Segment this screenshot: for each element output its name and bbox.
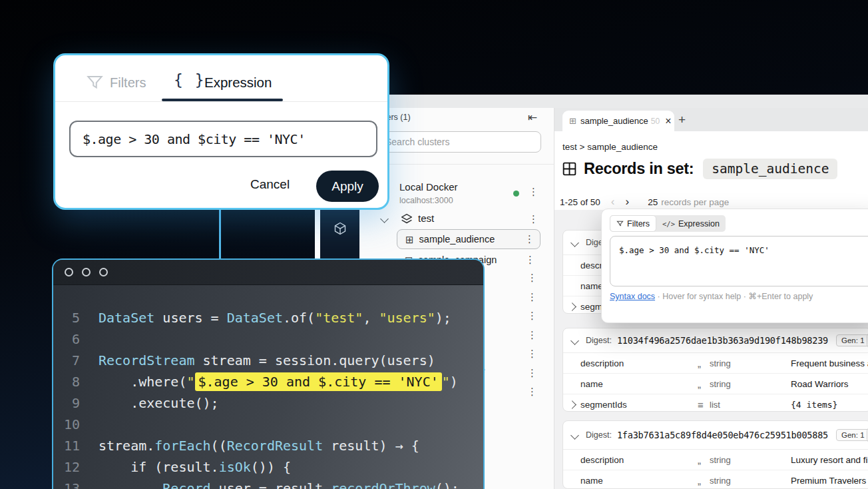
- code-token: ((: [211, 438, 227, 454]
- syntax-help-text: · Hover for syntax help · ⌘+Enter to app…: [658, 292, 813, 301]
- field-row[interactable]: segmentIds≡list{4 items}: [563, 394, 868, 412]
- field-row[interactable]: description„stringLuxury resort and firs…: [563, 450, 868, 470]
- kebab-menu-icon[interactable]: ⋮: [527, 310, 537, 320]
- breadcrumb[interactable]: test > sample_audience: [562, 142, 658, 152]
- string-type-icon: „: [698, 360, 710, 366]
- cube-icon[interactable]: [332, 221, 348, 237]
- chevron-right-icon[interactable]: [568, 400, 576, 409]
- cancel-button[interactable]: Cancel: [250, 177, 290, 192]
- code-token: ,: [363, 310, 379, 326]
- field-key: name: [580, 379, 698, 389]
- line-number: 9: [53, 392, 80, 414]
- cluster-name[interactable]: Local Docker: [399, 181, 458, 193]
- code-token: ": [442, 374, 450, 390]
- digest-hash: 1fa3b7631a5c89f8d4e050eb476c25951b005885: [617, 430, 828, 440]
- field-value: Luxury resort and first-c: [791, 455, 868, 465]
- chevron-down-icon[interactable]: [570, 239, 579, 247]
- type-label: string: [710, 358, 731, 368]
- code-token: if (result.: [99, 459, 219, 475]
- search-input[interactable]: [377, 131, 541, 153]
- field-type: ≡list: [698, 400, 791, 410]
- code-token: "users": [379, 310, 435, 326]
- code-token: result) → {: [323, 438, 419, 454]
- kebab-menu-icon[interactable]: ⋮: [529, 187, 539, 197]
- code-token: isOk: [219, 459, 251, 475]
- chevron-down-icon[interactable]: [570, 336, 579, 345]
- code-token: Record: [162, 480, 210, 489]
- field-row[interactable]: name„stringRoad Warriors: [563, 374, 868, 394]
- braces-icon: { }: [174, 71, 206, 89]
- record-group: Digest:1fa3b7631a5c89f8d4e050eb476c25951…: [562, 420, 868, 489]
- digest-label: Digest:: [586, 430, 612, 440]
- kebab-menu-icon[interactable]: ⋮: [527, 386, 537, 396]
- new-tab-button[interactable]: +: [678, 113, 686, 127]
- code-token: RecordStream: [99, 352, 195, 368]
- sidebar-item-sample-audience[interactable]: ⊞sample_audience⋮: [397, 229, 541, 249]
- window-control-minimize[interactable]: [82, 268, 91, 276]
- code-token: "test": [315, 310, 363, 326]
- status-dot: [513, 191, 519, 197]
- expression-input[interactable]: $.age > 30 and $city == 'NYC': [69, 121, 377, 157]
- code-token: DataSet: [99, 310, 154, 326]
- tab-sample-audience[interactable]: ⊞ sample_audience 50 ×: [562, 111, 674, 131]
- code-editor: 5DataSet users = DataSet.of("test", "use…: [53, 285, 483, 489]
- tab-expression[interactable]: Expression: [204, 75, 272, 91]
- code-token: recordOrThrow: [331, 480, 435, 489]
- prev-page-button[interactable]: ‹: [611, 195, 615, 209]
- field-row[interactable]: name„stringPremium Travelers: [563, 470, 868, 489]
- per-page-label: records per page: [661, 197, 729, 207]
- popover-expression-tab[interactable]: </> Expression: [656, 215, 726, 232]
- filter-tabs: Filters </> Expression: [610, 215, 726, 232]
- code-token: ();: [435, 480, 459, 489]
- digest-hash: 11034f496a2576dae1b3b363a9d190f148b98239: [617, 335, 828, 346]
- code-line: 9 .execute();: [53, 392, 483, 414]
- sidebar-item-namespace-test[interactable]: test: [418, 213, 434, 224]
- group-header[interactable]: Digest:11034f496a2576dae1b3b363a9d190f14…: [563, 328, 868, 353]
- per-page-value[interactable]: 25: [648, 197, 658, 207]
- funnel-icon: [616, 220, 624, 227]
- title-row: Records in set: sample_audience: [561, 159, 837, 179]
- kebab-menu-icon[interactable]: ⋮: [527, 272, 537, 282]
- field-value: {4 items}: [791, 400, 868, 410]
- kebab-menu-icon[interactable]: ⋮: [527, 330, 537, 340]
- code-line: 6: [53, 328, 483, 350]
- app-window-chrome: [315, 95, 868, 108]
- close-icon[interactable]: ×: [665, 115, 671, 127]
- grid-icon: [561, 161, 578, 177]
- filter-popover: Filters </> Expression $.age > 30 and $.…: [601, 209, 868, 323]
- type-label: string: [710, 455, 731, 465]
- field-key: segmentIds: [580, 400, 698, 410]
- expression-dialog: Filters { } Expression $.age > 30 and $c…: [53, 53, 389, 210]
- kebab-menu-icon[interactable]: ⋮: [525, 233, 535, 245]
- window-control-close[interactable]: [65, 268, 73, 276]
- apply-button[interactable]: Apply: [316, 171, 379, 202]
- line-number: 11: [53, 435, 80, 456]
- kebab-menu-icon[interactable]: ⋮: [529, 214, 539, 224]
- cluster-host: localhost:3000: [399, 196, 453, 205]
- chevron-right-icon[interactable]: [568, 302, 576, 311]
- gen-badge: Gen: 1: [836, 334, 868, 346]
- string-type-icon: „: [698, 478, 710, 484]
- collapse-sidebar-icon[interactable]: ⇤: [528, 111, 537, 125]
- popover-filters-label: Filters: [627, 219, 650, 229]
- gen-badge: Gen: 1: [836, 429, 868, 441]
- next-page-button[interactable]: ›: [625, 195, 629, 209]
- kebab-menu-icon[interactable]: ⋮: [525, 254, 535, 266]
- kebab-menu-icon[interactable]: ⋮: [527, 368, 537, 378]
- window-control-maximize[interactable]: [99, 268, 108, 276]
- field-type: „string: [698, 476, 791, 486]
- field-row[interactable]: description„stringFrequent business and …: [563, 353, 868, 374]
- tab-filters[interactable]: Filters: [110, 75, 146, 91]
- code-token: .of(: [283, 310, 315, 326]
- chevron-down-icon[interactable]: [570, 431, 579, 440]
- window-titlebar: [53, 260, 483, 285]
- line-number: 8: [53, 371, 80, 392]
- code-line: 8 .where("$.age > 30 and $.city == 'NYC'…: [53, 371, 483, 392]
- kebab-menu-icon[interactable]: ⋮: [527, 348, 537, 358]
- expression-textarea[interactable]: $.age > 30 and $.city == 'NYC': [610, 236, 868, 286]
- syntax-docs-link[interactable]: Syntax docs: [610, 292, 655, 301]
- popover-filters-tab[interactable]: Filters: [610, 215, 656, 232]
- code-token: ()) {: [251, 459, 291, 475]
- kebab-menu-icon[interactable]: ⋮: [527, 292, 537, 302]
- group-header[interactable]: Digest:1fa3b7631a5c89f8d4e050eb476c25951…: [563, 421, 868, 450]
